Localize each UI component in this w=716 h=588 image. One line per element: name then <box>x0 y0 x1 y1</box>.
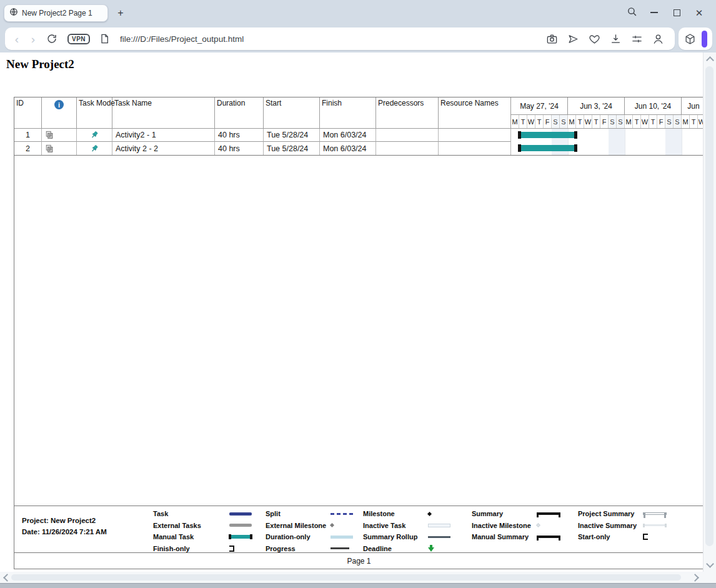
reload-button[interactable] <box>45 32 59 46</box>
pushpin-icon <box>90 131 99 139</box>
finish-cell: Mon 6/03/24 <box>320 142 376 155</box>
forward-button[interactable]: › <box>25 33 41 45</box>
timeline-week-header: Jun <box>682 97 703 114</box>
camera-icon[interactable] <box>545 32 559 46</box>
timeline-day-header: T <box>649 115 657 128</box>
summary-bar <box>537 512 560 515</box>
duration-cell: 40 hrs <box>215 142 264 155</box>
browser-toolbar: ‹ › VPN file:///D:/Files/Project_output.… <box>0 25 716 52</box>
scroll-down-icon[interactable] <box>706 560 714 568</box>
timeline-day-header: S <box>560 115 568 128</box>
legend-item: Manual Summary <box>472 531 560 543</box>
cube-icon[interactable] <box>684 32 697 46</box>
gantt-rows: 1 Activity2 - 1 <box>14 129 703 156</box>
minimize-icon <box>650 12 658 13</box>
start-cell: Tue 5/28/24 <box>264 129 320 142</box>
page-number: Page 1 <box>347 557 370 566</box>
legend-item: Split <box>266 508 353 520</box>
globe-icon <box>9 7 18 19</box>
row-timeline-cell <box>511 142 703 155</box>
legend-item: Finish-only <box>153 543 252 555</box>
report-date: Date: 11/26/2024 7:21 AM <box>22 526 107 537</box>
timeline-week-header: Jun 10, '24 <box>625 97 682 114</box>
horizontal-scrollbar[interactable] <box>0 572 703 583</box>
timeline-day-header: M <box>511 115 519 128</box>
legend-label: External Tasks <box>153 522 229 529</box>
accent-extension-bar[interactable] <box>702 31 707 47</box>
tab-bar: New Project2 Page 1 + ✕ <box>0 0 716 25</box>
vpn-badge[interactable]: VPN <box>67 34 90 44</box>
task-name-cell: Activity 2 - 2 <box>112 142 215 155</box>
legend-column: SplitExternal MilestoneDuration-onlyProg… <box>266 508 353 554</box>
legend-label: Task <box>153 510 229 517</box>
tab-search-button[interactable] <box>623 0 640 25</box>
timeline-day-header: S <box>674 115 682 128</box>
sliders-icon[interactable] <box>630 32 644 46</box>
scroll-left-icon[interactable] <box>3 574 11 582</box>
column-header-duration: Duration <box>215 97 264 128</box>
vertical-scrollbar[interactable] <box>703 52 716 572</box>
start-only-bracket <box>643 534 648 540</box>
column-header-finish: Finish <box>320 97 376 128</box>
gantt-table-header: ID i Task Mode Task Name Duration Start … <box>14 97 703 129</box>
legend-item: External Tasks <box>153 520 252 532</box>
legend-label: Project Summary <box>578 510 643 517</box>
close-button[interactable]: ✕ <box>690 0 708 25</box>
column-header-task-name: Task Name <box>112 97 215 128</box>
legend-item: Summary <box>472 508 560 520</box>
deadline-arrow <box>428 547 434 552</box>
legend-label: Summary Rollup <box>363 533 428 541</box>
timeline-day-header: S <box>617 115 625 128</box>
timeline-day-header: M <box>682 115 690 128</box>
timeline-day-header: F <box>544 115 552 128</box>
pushpin-icon <box>90 144 99 153</box>
download-icon[interactable] <box>609 32 622 46</box>
legend-label: Split <box>266 510 331 517</box>
row-timeline-cell <box>511 129 703 142</box>
legend-label: Manual Task <box>153 533 229 541</box>
gantt-bar <box>519 132 576 138</box>
duration-cell: 40 hrs <box>215 129 264 142</box>
vertical-scrollbar-thumb[interactable] <box>705 66 714 546</box>
profile-icon[interactable] <box>651 32 665 46</box>
heart-icon[interactable] <box>587 32 601 46</box>
scroll-up-icon[interactable] <box>706 56 714 64</box>
legend-label: External Milestone <box>266 522 331 529</box>
browser-tab[interactable]: New Project2 Page 1 <box>4 4 108 22</box>
column-header-task-mode: Task Mode <box>77 97 112 128</box>
resource-names-cell <box>439 142 511 155</box>
column-header-resource-names: Resource Names <box>439 97 511 128</box>
timeline-day-header: S <box>609 115 617 128</box>
legend-item: Summary Rollup <box>363 531 450 543</box>
minimize-button[interactable] <box>645 0 663 25</box>
page-icon[interactable] <box>97 32 111 46</box>
legend-label: Manual Summary <box>472 533 537 541</box>
project-name: Project: New Project2 <box>22 515 107 526</box>
legend-label: Summary <box>472 510 537 517</box>
legend-column: MilestoneInactive TaskSummary RollupDead… <box>363 508 450 554</box>
inactive-milestone-diamond <box>536 523 540 527</box>
horizontal-scrollbar-thumb[interactable] <box>11 574 681 581</box>
timeline-day-header: W <box>698 115 703 128</box>
timeline-day-header: S <box>552 115 560 128</box>
address-url[interactable]: file:///D:/Files/Project_output.html <box>120 34 541 44</box>
send-icon[interactable] <box>566 32 580 46</box>
project-summary-bar <box>643 512 667 515</box>
column-header-id: ID <box>14 97 42 128</box>
legend-label: Progress <box>266 545 331 552</box>
scroll-right-icon[interactable] <box>691 574 699 582</box>
tasks-copy-icon <box>45 131 54 139</box>
gantt-bar <box>519 145 576 151</box>
external-tasks-line <box>229 524 252 527</box>
tab-title: New Project2 Page 1 <box>22 9 92 17</box>
browser-window: New Project2 Page 1 + ✕ ‹ › VPN <box>0 0 716 588</box>
back-button[interactable]: ‹ <box>9 33 25 45</box>
legend-item: Duration-only <box>266 531 353 543</box>
legend-item: Milestone <box>363 508 450 520</box>
maximize-button[interactable] <box>668 0 685 25</box>
page-title: New Project2 <box>6 57 74 71</box>
timeline-day-header: S <box>665 115 674 128</box>
new-tab-button[interactable]: + <box>112 5 129 21</box>
predecessors-cell <box>376 142 439 155</box>
column-header-start: Start <box>264 97 320 128</box>
